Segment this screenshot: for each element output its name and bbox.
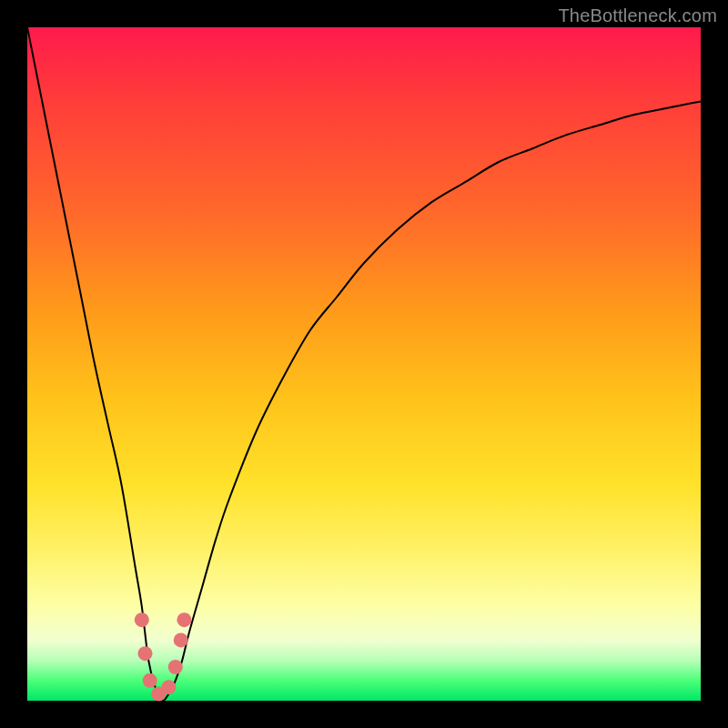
watermark-label: TheBottleneck.com — [558, 5, 717, 26]
curve-marker — [143, 673, 157, 688]
curve-marker — [174, 632, 188, 647]
curve-marker — [168, 660, 183, 674]
curve-marker — [135, 612, 149, 627]
curve-marker — [177, 612, 191, 627]
chart-plot-area — [27, 27, 701, 701]
bottleneck-curve — [27, 27, 701, 701]
chart-frame: TheBottleneck.com — [0, 0, 728, 728]
curve-marker — [161, 680, 176, 694]
curve-marker — [138, 646, 153, 661]
chart-svg — [27, 27, 701, 701]
